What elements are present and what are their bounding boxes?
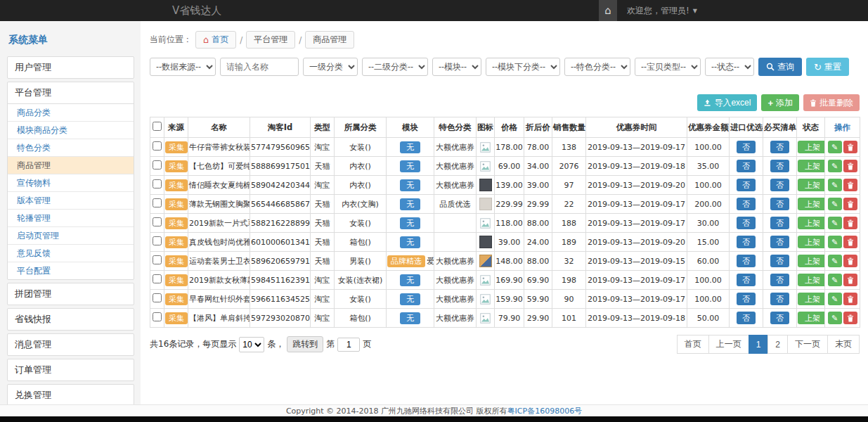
breadcrumb-item-home[interactable]: ⌂ 首页 [195,31,236,49]
user-menu[interactable]: 欢迎您，管理员! ▼ [627,5,697,17]
must-buy-toggle-button[interactable]: 否 [770,236,789,248]
edit-button[interactable]: ✎ [828,236,842,248]
edit-button[interactable]: ✎ [828,312,842,324]
sidebar-subitem[interactable]: 启动页管理 [8,227,134,245]
sidebar-subitem[interactable]: 宣传物料 [8,174,134,192]
batch-delete-button[interactable]: 批量删除 [803,94,860,111]
pager-button[interactable]: 末页 [827,335,860,354]
name-input[interactable] [220,58,299,76]
edit-button[interactable]: ✎ [828,255,842,267]
home-button[interactable]: ⌂ [599,0,617,21]
sidebar-subitem[interactable]: 版本管理 [8,192,134,210]
level1-category-select[interactable]: 一级分类 [303,58,358,76]
status-button[interactable]: 上架 [798,255,825,267]
imported-toggle-button[interactable]: 否 [737,236,756,248]
must-buy-toggle-button[interactable]: 否 [770,198,789,210]
sidebar-subitem[interactable]: 商品分类 [8,104,134,122]
level2-category-select[interactable]: --二级分类-- [362,58,428,76]
module-select[interactable]: --模块-- [432,58,481,76]
breadcrumb-item-current[interactable]: 商品管理 [305,31,354,49]
sidebar-subitem[interactable]: 意见反馈 [8,245,134,262]
row-checkbox[interactable] [153,274,162,283]
sidebar-subitem[interactable]: 商品管理 [8,157,134,174]
feature-category-select[interactable]: --特色分类-- [564,58,630,76]
row-checkbox[interactable] [153,160,162,170]
sidebar-subitem[interactable]: 特色分类 [8,139,134,157]
row-checkbox[interactable] [153,293,162,302]
sidebar-subitem[interactable]: 模块商品分类 [8,122,134,139]
row-checkbox[interactable] [153,312,162,321]
row-checkbox[interactable] [153,198,162,207]
edit-button[interactable]: ✎ [828,160,842,172]
status-button[interactable]: 上架 [798,236,825,248]
imported-toggle-button[interactable]: 否 [737,160,756,172]
status-select[interactable]: --状态-- [705,58,754,76]
status-button[interactable]: 上架 [798,179,825,191]
delete-button[interactable] [843,217,857,229]
imported-toggle-button[interactable]: 否 [737,179,756,191]
must-buy-toggle-button[interactable]: 否 [770,160,789,172]
row-checkbox[interactable] [153,236,162,245]
delete-button[interactable] [843,141,857,153]
delete-button[interactable] [843,255,857,267]
delete-button[interactable] [843,198,857,210]
sidebar-subitem[interactable]: 轮播管理 [8,210,134,227]
edit-button[interactable]: ✎ [828,141,842,153]
jump-button[interactable]: 跳转到 [287,336,323,352]
edit-button[interactable]: ✎ [828,274,842,286]
must-buy-toggle-button[interactable]: 否 [770,255,789,267]
sidebar-subitem[interactable]: 平台配置 [8,262,134,279]
pager-button[interactable]: 1 [749,335,769,354]
status-button[interactable]: 上架 [798,160,825,172]
pager-button[interactable]: 下一页 [787,335,828,354]
imported-toggle-button[interactable]: 否 [737,255,756,267]
pager-button[interactable]: 首页 [677,335,709,354]
sidebar-item[interactable]: 省钱快报 [8,309,134,330]
status-button[interactable]: 上架 [798,141,825,153]
imported-toggle-button[interactable]: 否 [737,312,756,324]
must-buy-toggle-button[interactable]: 否 [770,217,789,229]
status-button[interactable]: 上架 [798,274,825,286]
page-number-input[interactable] [337,338,360,352]
select-all-checkbox[interactable] [153,122,162,131]
delete-button[interactable] [843,179,857,191]
imported-toggle-button[interactable]: 否 [737,198,756,210]
must-buy-toggle-button[interactable]: 否 [770,312,789,324]
must-buy-toggle-button[interactable]: 否 [770,293,789,305]
edit-button[interactable]: ✎ [828,293,842,305]
sidebar-item[interactable]: 拼团管理 [8,283,134,305]
sidebar-item[interactable]: 用户管理 [8,57,134,78]
must-buy-toggle-button[interactable]: 否 [770,179,789,191]
delete-button[interactable] [843,274,857,286]
breadcrumb-item-platform[interactable]: 平台管理 [246,31,295,49]
must-buy-toggle-button[interactable]: 否 [770,141,789,153]
status-button[interactable]: 上架 [798,293,825,305]
edit-button[interactable]: ✎ [828,179,842,191]
per-page-select[interactable]: 10 [239,337,264,352]
imported-toggle-button[interactable]: 否 [737,274,756,286]
edit-button[interactable]: ✎ [828,217,842,229]
sidebar-item[interactable]: 平台管理 [8,82,134,103]
sidebar-item[interactable]: 兑换管理 [8,385,134,404]
must-buy-toggle-button[interactable]: 否 [770,274,789,286]
status-button[interactable]: 上架 [798,217,825,229]
reset-button[interactable]: ↻重置 [806,58,849,76]
import-excel-button[interactable]: 导入excel [697,94,757,111]
row-checkbox[interactable] [153,179,162,188]
delete-button[interactable] [843,293,857,305]
data-source-select[interactable]: --数据来源-- [150,58,216,76]
pager-button[interactable]: 2 [767,335,788,354]
sidebar-item[interactable]: 订单管理 [8,359,134,381]
edit-button[interactable]: ✎ [828,198,842,210]
status-button[interactable]: 上架 [798,198,825,210]
imported-toggle-button[interactable]: 否 [737,141,756,153]
imported-toggle-button[interactable]: 否 [737,217,756,229]
delete-button[interactable] [843,236,857,248]
imported-toggle-button[interactable]: 否 [737,293,756,305]
row-checkbox[interactable] [153,255,162,264]
delete-button[interactable] [843,312,857,324]
search-button[interactable]: 查询 [758,58,802,76]
icp-link[interactable]: 粤ICP备16098006号 [507,406,583,416]
sidebar-item[interactable]: 消息管理 [8,334,134,355]
item-type-select[interactable]: --宝贝类型-- [635,58,701,76]
